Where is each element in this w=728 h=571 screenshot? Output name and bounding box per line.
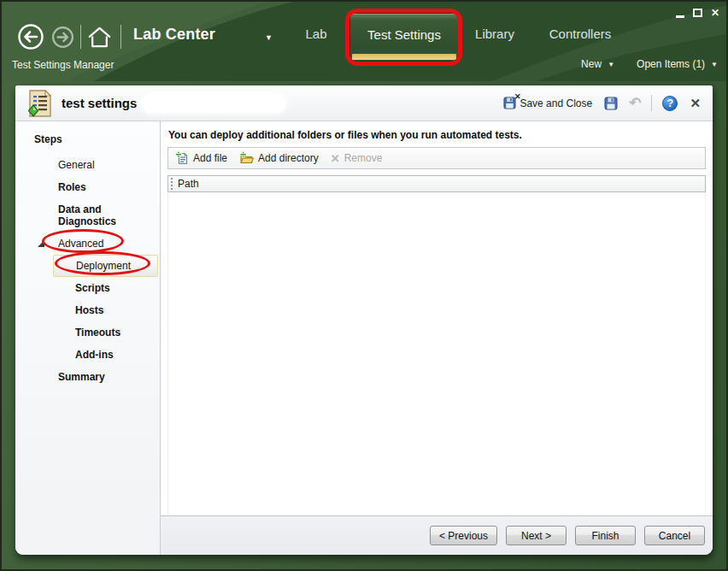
step-roles[interactable]: Roles <box>15 176 160 198</box>
center-switcher-label: Lab Center <box>133 26 215 44</box>
tab-controllers[interactable]: Controllers <box>540 26 620 41</box>
deployment-items-list[interactable] <box>167 192 706 515</box>
editor-actions: ✕ Save and Close ↶ ? ✕ <box>503 95 701 111</box>
floppy-disk-icon <box>604 97 618 110</box>
divider <box>651 95 652 111</box>
step-general[interactable]: General <box>15 154 160 176</box>
editor-title: test settings <box>62 96 137 110</box>
expander-triangle-icon[interactable] <box>38 240 44 247</box>
close-window-button[interactable]: ✕ <box>711 7 719 19</box>
deployment-toolbar: Add file Add directory <box>167 147 706 169</box>
deployment-page: You can deploy additional folders or fil… <box>161 121 713 555</box>
redacted-text-overlay <box>142 94 285 113</box>
active-tab-indicator <box>352 54 456 60</box>
save-close-icon: ✕ <box>503 97 517 109</box>
open-items-menu[interactable]: Open Items (1) ▼ <box>637 58 718 70</box>
app-window: Lab Center ▼ Lab Test Settings Library C… <box>0 0 728 571</box>
add-file-icon <box>175 151 189 165</box>
home-button[interactable] <box>87 25 112 50</box>
wizard-footer: < Previous Next > Finish Cancel <box>161 515 713 555</box>
column-grip-handle[interactable] <box>171 178 174 190</box>
arrow-left-circle-icon <box>17 23 44 50</box>
chevron-down-icon: ▼ <box>265 33 273 42</box>
help-button[interactable]: ? <box>662 96 678 111</box>
save-and-close-button[interactable]: ✕ Save and Close <box>503 97 592 109</box>
step-deployment[interactable]: Deployment <box>53 255 158 277</box>
close-x-badge: ✕ <box>514 92 521 101</box>
steps-header: Steps <box>15 132 160 154</box>
minimize-button[interactable] <box>676 15 684 18</box>
remove-button[interactable]: ✕ Remove <box>331 152 383 165</box>
step-add-ins[interactable]: Add-ins <box>15 344 160 366</box>
manager-menus: New ▼ Open Items (1) ▼ <box>581 58 718 70</box>
next-button[interactable]: Next > <box>506 526 567 545</box>
cancel-button[interactable]: Cancel <box>644 526 705 545</box>
step-data-and-diagnostics[interactable]: Data and Diagnostics <box>15 198 160 233</box>
tab-lab[interactable]: Lab <box>297 26 335 41</box>
remove-x-icon: ✕ <box>331 152 340 165</box>
add-directory-label: Add directory <box>258 152 319 164</box>
arrow-right-circle-icon <box>51 26 74 49</box>
new-menu[interactable]: New ▼ <box>581 58 614 70</box>
test-settings-document-icon <box>27 89 53 118</box>
tab-test-settings-label: Test Settings <box>367 27 441 42</box>
new-menu-label: New <box>581 58 602 70</box>
undo-button[interactable]: ↶ <box>629 97 641 110</box>
remove-label: Remove <box>344 152 383 164</box>
test-settings-editor-panel: test settings ✕ Save and Close <box>15 85 713 555</box>
add-directory-button[interactable]: Add directory <box>239 151 319 165</box>
tab-library[interactable]: Library <box>467 26 523 41</box>
forward-button[interactable] <box>51 26 74 49</box>
chevron-down-icon: ▼ <box>711 61 718 68</box>
add-directory-icon <box>239 151 254 165</box>
editor-header: test settings ✕ Save and Close <box>15 85 713 121</box>
steps-sidebar: Steps General Roles Data and Diagnostics… <box>15 121 160 555</box>
manager-title: Test Settings Manager <box>12 59 114 71</box>
finish-button[interactable]: Finish <box>575 526 636 545</box>
add-file-label: Add file <box>193 152 227 164</box>
maximize-button[interactable] <box>693 9 702 17</box>
previous-button[interactable]: < Previous <box>430 526 497 545</box>
add-file-button[interactable]: Add file <box>175 151 227 165</box>
chevron-down-icon: ▼ <box>608 61 614 68</box>
tab-test-settings[interactable]: Test Settings <box>349 13 459 62</box>
open-items-menu-label: Open Items (1) <box>637 58 705 70</box>
save-button[interactable] <box>604 97 618 110</box>
step-summary[interactable]: Summary <box>15 366 160 388</box>
editor-body: Steps General Roles Data and Diagnostics… <box>15 121 713 555</box>
step-advanced[interactable]: Advanced <box>15 233 160 255</box>
back-button[interactable] <box>17 23 44 50</box>
home-icon <box>87 25 112 50</box>
step-scripts[interactable]: Scripts <box>15 277 160 299</box>
window-controls: ✕ <box>676 6 719 20</box>
divider <box>120 25 121 49</box>
save-and-close-label: Save and Close <box>520 97 592 109</box>
close-editor-button[interactable]: ✕ <box>690 96 701 111</box>
divider <box>80 25 81 49</box>
deployment-instruction: You can deploy additional folders or fil… <box>168 129 706 141</box>
center-switcher[interactable]: Lab Center ▼ <box>133 26 215 44</box>
step-timeouts[interactable]: Timeouts <box>15 321 160 344</box>
path-column-label: Path <box>178 178 199 190</box>
path-column-header[interactable]: Path <box>167 175 706 192</box>
title-bar: Lab Center ▼ Lab Test Settings Library C… <box>0 0 728 81</box>
step-hosts[interactable]: Hosts <box>15 299 160 321</box>
